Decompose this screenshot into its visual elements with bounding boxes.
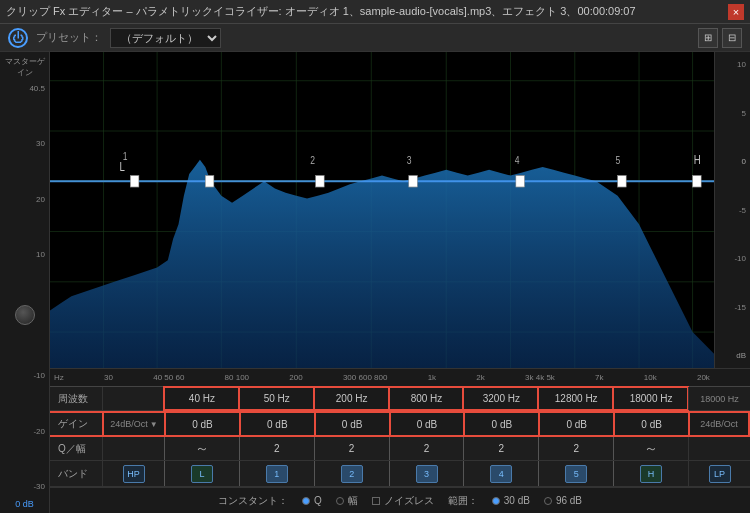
gain-cell-1[interactable]: 0 dB bbox=[164, 413, 239, 435]
gain-val-6: -20 bbox=[2, 427, 47, 436]
band-cell-l[interactable]: L bbox=[164, 461, 239, 486]
freq-1k: 1k bbox=[428, 373, 436, 382]
band4-button[interactable]: 4 bbox=[490, 465, 512, 483]
q-row: Q／幅 ～ 2 2 2 2 2 ～ bbox=[50, 437, 750, 461]
freq-4k: 3k 4k 5k bbox=[525, 373, 555, 382]
gain-knob[interactable] bbox=[15, 305, 35, 325]
noiseless-checkbox[interactable] bbox=[372, 497, 380, 505]
band-row-label: バンド bbox=[50, 467, 102, 481]
band-cell-5[interactable]: 5 bbox=[538, 461, 613, 486]
band-cell-1[interactable]: 1 bbox=[239, 461, 314, 486]
gain-val-3: 20 bbox=[2, 195, 47, 204]
freq-600: 300 600 800 bbox=[343, 373, 388, 382]
lp-button[interactable]: LP bbox=[709, 465, 731, 483]
svg-rect-22 bbox=[618, 176, 627, 187]
band-cell-lp[interactable]: LP bbox=[688, 461, 750, 486]
range30-option[interactable]: 30 dB bbox=[492, 495, 530, 506]
gain-cell-7[interactable]: 0 dB bbox=[613, 413, 688, 435]
gain-scale: 40.5 30 20 10 -10 -20 -30 bbox=[2, 80, 47, 495]
power-button[interactable]: ⏻ bbox=[8, 28, 28, 48]
svg-rect-18 bbox=[205, 176, 214, 187]
gain-dropdown-arrow[interactable]: ▼ bbox=[150, 420, 158, 429]
svg-text:H: H bbox=[694, 153, 701, 167]
svg-text:3: 3 bbox=[407, 154, 412, 166]
q-cell-4[interactable]: 2 bbox=[389, 437, 464, 460]
range96-option[interactable]: 96 dB bbox=[544, 495, 582, 506]
main-content: マスターゲイン 40.5 30 20 10 -10 -20 -30 0 dB bbox=[0, 52, 750, 513]
q-cell-8 bbox=[688, 437, 750, 460]
freq-30: 30 bbox=[104, 373, 113, 382]
gain-cell-3[interactable]: 0 dB bbox=[314, 413, 389, 435]
db-label: dB bbox=[719, 351, 746, 360]
noiseless-label: ノイズレス bbox=[384, 494, 434, 508]
freq-200: 200 bbox=[289, 373, 302, 382]
freq-cell-4[interactable]: 800 Hz bbox=[389, 387, 464, 410]
gain-row: ゲイン 24dB/Oct ▼ 0 dB 0 dB 0 dB 0 dB 0 dB … bbox=[50, 411, 750, 437]
toolbar-icon-2[interactable]: ⊟ bbox=[722, 28, 742, 48]
gain-cell-8: 24dB/Oct bbox=[688, 413, 750, 435]
freq-cell-8: 18000 Hz bbox=[688, 387, 750, 410]
band-cell-4[interactable]: 4 bbox=[463, 461, 538, 486]
noiseless-option[interactable]: ノイズレス bbox=[372, 494, 434, 508]
freq-cell-2[interactable]: 50 Hz bbox=[239, 387, 314, 410]
gain-cell-5[interactable]: 0 dB bbox=[463, 413, 538, 435]
band5-button[interactable]: 5 bbox=[565, 465, 587, 483]
db-scale-n5: -5 bbox=[719, 206, 746, 215]
q-cell-2[interactable]: 2 bbox=[239, 437, 314, 460]
db-scale-n15: -15 bbox=[719, 303, 746, 312]
gain-knob-area[interactable] bbox=[2, 305, 47, 325]
q-cell-0 bbox=[102, 437, 164, 460]
title-text: クリップ Fx エディター – パラメトリックイコライザー: オーディオ 1、s… bbox=[6, 4, 636, 19]
q-cell-5[interactable]: 2 bbox=[463, 437, 538, 460]
band2-button[interactable]: 2 bbox=[341, 465, 363, 483]
preset-select[interactable]: （デフォルト） bbox=[110, 28, 221, 48]
width-radio[interactable] bbox=[336, 497, 344, 505]
gain-cell-2[interactable]: 0 dB bbox=[239, 413, 314, 435]
hp-button[interactable]: HP bbox=[123, 465, 145, 483]
gain-cell-0[interactable]: 24dB/Oct ▼ bbox=[102, 413, 164, 435]
left-panel: マスターゲイン 40.5 30 20 10 -10 -20 -30 0 dB bbox=[0, 52, 50, 513]
range30-radio[interactable] bbox=[492, 497, 500, 505]
freq-2k: 2k bbox=[476, 373, 484, 382]
svg-rect-17 bbox=[130, 176, 139, 187]
q-option[interactable]: Q bbox=[302, 495, 322, 506]
close-button[interactable]: × bbox=[728, 4, 744, 20]
freq-cell-1[interactable]: 40 Hz bbox=[164, 387, 239, 410]
gain-val-5: -10 bbox=[2, 371, 47, 380]
freq-axis: Hz 30 40 50 60 80 100 200 300 600 800 1k… bbox=[50, 368, 750, 386]
freq-cell-5[interactable]: 3200 Hz bbox=[463, 387, 538, 410]
band-cell-hp[interactable]: HP bbox=[102, 461, 164, 486]
q-cell-7[interactable]: ～ bbox=[613, 437, 688, 460]
band1-button[interactable]: 1 bbox=[266, 465, 288, 483]
q-cell-1[interactable]: ～ bbox=[164, 437, 239, 460]
band-cell-3[interactable]: 3 bbox=[389, 461, 464, 486]
eq-graph-area[interactable]: L 1 2 3 4 5 H bbox=[50, 52, 714, 368]
l-button[interactable]: L bbox=[191, 465, 213, 483]
q-cell-3[interactable]: 2 bbox=[314, 437, 389, 460]
gain-row-label: ゲイン bbox=[50, 417, 102, 431]
freq-cell-7[interactable]: 18000 Hz bbox=[613, 387, 688, 410]
master-gain-label: マスターゲイン bbox=[2, 56, 47, 78]
range96-radio[interactable] bbox=[544, 497, 552, 505]
freq-cell-0 bbox=[102, 387, 164, 410]
band3-button[interactable]: 3 bbox=[416, 465, 438, 483]
svg-text:5: 5 bbox=[615, 154, 620, 166]
band-cell-h[interactable]: H bbox=[613, 461, 688, 486]
gain-cell-4[interactable]: 0 dB bbox=[389, 413, 464, 435]
gain-val-4: 10 bbox=[2, 250, 47, 259]
gain-val-2: 30 bbox=[2, 139, 47, 148]
band-cell-2[interactable]: 2 bbox=[314, 461, 389, 486]
toolbar: ⏻ プリセット： （デフォルト） ⊞ ⊟ bbox=[0, 24, 750, 52]
eq-svg: L 1 2 3 4 5 H bbox=[50, 52, 714, 368]
q-radio[interactable] bbox=[302, 497, 310, 505]
width-option[interactable]: 幅 bbox=[336, 494, 358, 508]
freq-cell-6[interactable]: 12800 Hz bbox=[538, 387, 613, 410]
h-button[interactable]: H bbox=[640, 465, 662, 483]
constant-label: コンスタント： bbox=[218, 494, 288, 508]
range30-label: 30 dB bbox=[504, 495, 530, 506]
gain-cell-6[interactable]: 0 dB bbox=[538, 413, 613, 435]
preset-label: プリセット： bbox=[36, 30, 102, 45]
freq-cell-3[interactable]: 200 Hz bbox=[314, 387, 389, 410]
q-cell-6[interactable]: 2 bbox=[538, 437, 613, 460]
toolbar-icon-1[interactable]: ⊞ bbox=[698, 28, 718, 48]
